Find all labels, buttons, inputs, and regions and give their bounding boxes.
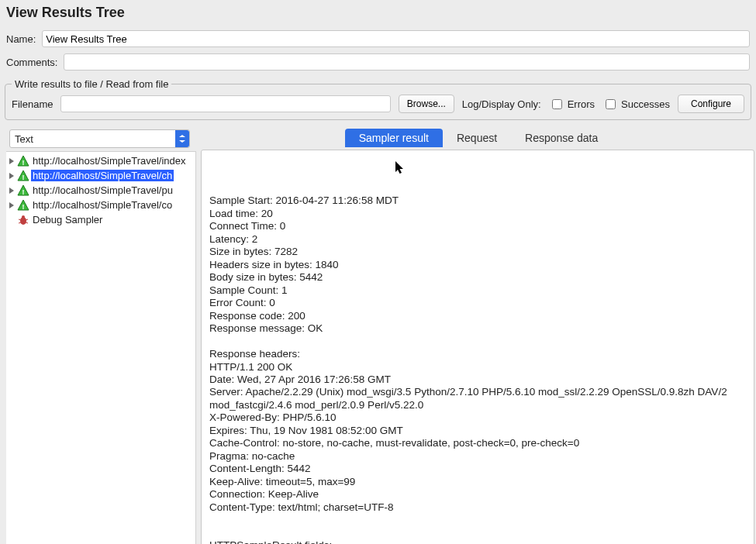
tree-item[interactable]: !http://localhost/SimpleTravel/pu [6,183,195,198]
svg-marker-1 [179,140,185,143]
results-tree[interactable]: !http://localhost/SimpleTravel/index!htt… [6,151,196,544]
tree-expand-icon[interactable] [8,173,16,179]
svg-line-19 [26,222,28,223]
svg-point-15 [22,215,25,219]
configure-button[interactable]: Configure [678,95,744,113]
errors-checkbox-input[interactable] [552,99,562,109]
successes-checkbox-input[interactable] [606,99,616,109]
filename-label: Filename [12,98,53,110]
svg-marker-5 [9,173,14,179]
comments-field[interactable] [64,53,750,71]
tree-item-label: http://localhost/SimpleTravel/pu [31,184,174,196]
tree-item-label: http://localhost/SimpleTravel/co [31,199,174,211]
browse-button[interactable]: Browse... [399,95,454,113]
file-panel-legend: Write results to file / Read from file [12,78,171,90]
sampler-result-panel[interactable]: Sample Start: 2016-04-27 11:26:58 MDT Lo… [201,150,754,544]
tab-response-data[interactable]: Response data [511,129,612,147]
tree-item[interactable]: Debug Sampler [6,212,195,227]
svg-marker-11 [9,202,14,208]
errors-label: Errors [568,98,595,110]
svg-text:!: ! [22,173,25,181]
tree-item[interactable]: !http://localhost/SimpleTravel/index [6,153,195,168]
svg-marker-2 [9,158,14,164]
name-label: Name: [6,33,36,45]
svg-text:!: ! [22,158,25,166]
successes-label: Successes [621,98,670,110]
result-pass-icon: ! [17,155,29,167]
tab-sampler-result[interactable]: Sampler result [345,129,443,147]
result-pass-icon: ! [17,170,29,182]
result-pass-icon: ! [17,199,29,212]
log-display-label: Log/Display Only: [462,98,541,110]
renderer-combo-value: Text [15,133,33,145]
svg-line-18 [19,222,21,223]
tree-expand-icon[interactable] [8,202,16,208]
file-panel: Write results to file / Read from file F… [5,78,751,120]
result-tabs: Sampler resultRequestResponse data [201,126,756,150]
tree-item[interactable]: !http://localhost/SimpleTravel/co [6,198,195,212]
errors-checkbox[interactable]: Errors [549,97,595,112]
filename-field[interactable] [60,95,390,112]
mouse-cursor-icon [395,161,405,175]
svg-marker-0 [179,135,185,137]
svg-text:!: ! [22,202,25,210]
tree-item-label: http://localhost/SimpleTravel/ch [31,170,174,181]
sampler-result-text: Sample Start: 2016-04-27 11:26:58 MDT Lo… [209,195,746,544]
successes-checkbox[interactable]: Successes [602,97,670,112]
combo-arrow-icon [175,130,189,147]
renderer-combo[interactable]: Text [9,129,190,148]
tree-item-label: http://localhost/SimpleTravel/index [31,155,188,167]
tree-item[interactable]: !http://localhost/SimpleTravel/ch [6,168,195,183]
tree-expand-icon[interactable] [8,158,16,164]
comments-label: Comments: [6,57,57,68]
svg-text:!: ! [22,188,25,195]
result-pass-icon: ! [17,184,29,197]
tree-item-label: Debug Sampler [31,214,104,226]
debug-sampler-icon [17,214,29,226]
tab-request[interactable]: Request [443,129,511,147]
listener-title: View Results Tree [0,0,756,29]
tree-expand-icon[interactable] [8,188,16,194]
name-field[interactable] [42,30,750,47]
svg-marker-8 [9,188,14,194]
